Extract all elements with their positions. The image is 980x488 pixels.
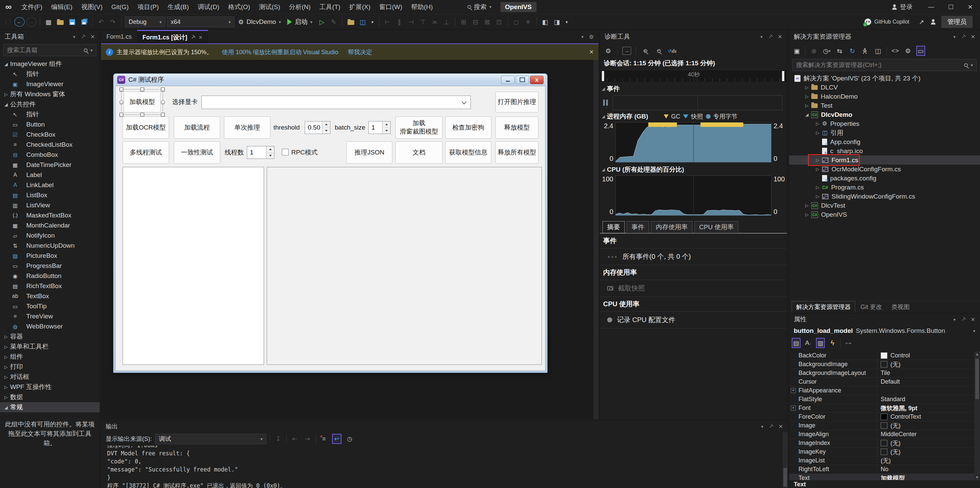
properties-pages-icon[interactable]: ◫: [873, 46, 882, 56]
close-icon[interactable]: ✕: [778, 34, 782, 40]
restart-100-link[interactable]: 使用 100% 缩放比例重新启动 Visual Studio: [222, 48, 339, 56]
tree-item-Properties[interactable]: ▷⚙Properties: [789, 119, 980, 128]
pin-icon[interactable]: ⊤: [959, 33, 967, 40]
property-value[interactable]: Default: [877, 378, 974, 385]
expand-icon[interactable]: +: [791, 406, 796, 410]
pin-icon[interactable]: ⊤: [79, 33, 87, 40]
free-model-button[interactable]: 释放模型: [495, 116, 538, 139]
collapsed-icon[interactable]: ▷: [813, 130, 822, 135]
create-report-icon[interactable]: →: [622, 47, 631, 55]
take-snapshot-button[interactable]: 截取快照: [600, 280, 787, 297]
toolbox-item-webbrowser[interactable]: ◍WebBrowser: [0, 322, 100, 331]
close-icon[interactable]: ✕: [91, 34, 95, 40]
resize-handle[interactable]: [119, 100, 123, 104]
toolbox-item-numericupdown[interactable]: ⇅NumericUpDown: [0, 241, 100, 251]
property-row-ImageAlign[interactable]: ImageAlignMiddleCenter: [789, 430, 974, 439]
timeline-ruler[interactable]: 40秒: [600, 70, 787, 82]
send-to-back-icon[interactable]: ◨: [552, 16, 562, 27]
memory-section-header[interactable]: ◢ 进程内存 (GB) GC 快照 专用字节: [600, 111, 787, 122]
align-rights-icon[interactable]: ⊣: [406, 16, 416, 27]
close-icon[interactable]: ✕: [199, 35, 203, 40]
maximize-button[interactable]: [941, 0, 961, 14]
menu-item-3[interactable]: Git(G): [107, 0, 133, 14]
window-position-icon[interactable]: ▾: [760, 34, 763, 40]
property-value[interactable]: MiddleCenter: [877, 431, 974, 438]
toolbox-item-imageviewer[interactable]: ▣ImageViewer: [0, 79, 100, 89]
history-clock-icon[interactable]: ◷: [345, 434, 354, 444]
result-listbox[interactable]: [123, 167, 264, 365]
make-same-height-icon[interactable]: ⊟: [471, 16, 480, 27]
consistency-test-button[interactable]: 一致性测试: [174, 141, 220, 163]
toolbox-item-richtextbox[interactable]: ▤RichTextBox: [0, 281, 100, 291]
toolbox-item-datetimepicker[interactable]: ▦DateTimePicker: [0, 160, 100, 170]
pause-icon[interactable]: [603, 100, 608, 106]
user-profile-icon[interactable]: [928, 16, 938, 27]
resize-handle[interactable]: [119, 113, 123, 116]
property-value[interactable]: (无): [877, 422, 974, 430]
property-row-BackColor[interactable]: BackColorControl: [789, 351, 974, 360]
toolbox-item-picturebox[interactable]: ▨PictureBox: [0, 251, 100, 261]
sync-with-active-document-icon[interactable]: ⇆: [835, 46, 844, 56]
make-same-width-icon[interactable]: ⊞: [459, 16, 469, 27]
tree-item-DlcvDemo[interactable]: ◢C#DlcvDemo: [789, 110, 980, 119]
window-position-icon[interactable]: ▾: [761, 424, 764, 429]
threads-numeric[interactable]: 1: [247, 146, 274, 159]
diag-tab-3[interactable]: CPU 使用率: [694, 221, 738, 233]
property-value[interactable]: (无): [877, 457, 974, 465]
find-in-files-icon[interactable]: [346, 16, 356, 27]
toolbar-grip[interactable]: ⋮⋮: [3, 19, 12, 25]
menu-item-9[interactable]: 分析(N): [285, 0, 315, 14]
spin-up-button[interactable]: [266, 146, 274, 153]
toolbox-group-1[interactable]: ▷所有 Windows 窗体: [0, 89, 100, 99]
property-row-ImageIndex[interactable]: ImageIndex(无): [789, 439, 974, 448]
property-value[interactable]: 微软雅黑, 9pt: [877, 404, 974, 412]
toolbox-item-tooltip[interactable]: ▭ToolTip: [0, 301, 100, 311]
dock-tab-0[interactable]: 解决方案资源管理器: [792, 301, 855, 312]
switch-views-icon[interactable]: ▣: [792, 46, 801, 56]
pin-icon[interactable]: ⊤: [189, 33, 197, 41]
horizontal-spacing-icon[interactable]: ◻: [511, 16, 521, 27]
previous-message-icon[interactable]: ⇤: [290, 434, 299, 444]
start-debugging-button[interactable]: 启动▾: [285, 17, 315, 26]
help-me-decide-link[interactable]: 帮我决定: [348, 48, 372, 56]
menu-item-6[interactable]: 调试(D): [193, 0, 224, 14]
memory-plot-area[interactable]: [615, 122, 772, 163]
collapsed-icon[interactable]: ▷: [813, 194, 822, 199]
selected-object-dropdown[interactable]: button_load_model System.Windows.Forms.B…: [789, 325, 980, 337]
menu-item-2[interactable]: 视图(V): [77, 0, 107, 14]
toolbox-item-notifyicon[interactable]: ▱NotifyIcon: [0, 231, 100, 241]
toolbox-item-checkedlistbox[interactable]: ≡CheckedListBox: [0, 139, 100, 150]
property-row-BackgroundImageLayout[interactable]: BackgroundImageLayoutTile: [789, 369, 974, 378]
tree-item-解决方案 'OpenIVS' (23 个项目, 共 23 个)[interactable]: ∞解决方案 'OpenIVS' (23 个项目, 共 23 个): [789, 74, 980, 83]
expand-icon[interactable]: +: [791, 388, 796, 393]
login-button[interactable]: 登录: [892, 3, 913, 11]
platform-select[interactable]: x64▾: [167, 16, 234, 27]
categorized-icon[interactable]: ▤: [792, 338, 800, 348]
close-icon[interactable]: ✕: [779, 423, 783, 430]
tree-item-HalconDemo[interactable]: ▷HalconDemo: [789, 92, 980, 101]
toolbox-item-monthcalendar[interactable]: ▦MonthCalendar: [0, 220, 100, 231]
reset-view-icon[interactable]: ↺ılı: [668, 46, 676, 56]
collapsed-icon[interactable]: ▷: [813, 157, 822, 163]
window-position-icon[interactable]: ▾: [953, 317, 956, 322]
window-position-icon[interactable]: ▾: [953, 34, 956, 40]
properties-view-icon[interactable]: ▥: [816, 338, 825, 348]
collapsed-icon[interactable]: ▷: [802, 203, 811, 208]
tree-item-Program.cs[interactable]: ▷C#Program.cs: [789, 183, 980, 192]
spin-down-button[interactable]: [266, 153, 274, 159]
property-row-FlatAppearance[interactable]: +FlatAppearance: [789, 387, 974, 395]
home-icon[interactable]: ⊕: [810, 46, 818, 56]
undo-icon[interactable]: ↶: [96, 16, 106, 27]
collapsed-icon[interactable]: ▷: [813, 121, 822, 126]
toolbox-group-9[interactable]: ▷数据: [0, 392, 100, 402]
toolbox-group-3[interactable]: ▷容器: [0, 331, 100, 342]
open-image-infer-button[interactable]: 打开图片推理: [495, 92, 538, 112]
startup-project-button[interactable]: ⚙DlcvDemo▾: [236, 18, 283, 26]
collapsed-icon[interactable]: ▷: [802, 212, 811, 217]
scrollbar-thumb[interactable]: [975, 359, 979, 399]
toolbox-item-treeview[interactable]: ≡TreeView: [0, 311, 100, 322]
cpu-section-header[interactable]: ◢ CPU (所有处理器的百分比): [600, 165, 787, 175]
tree-item-DlcvTest[interactable]: ▷C#DlcvTest: [789, 201, 980, 210]
start-without-debugging-icon[interactable]: ▷: [317, 16, 327, 27]
expanded-icon[interactable]: ◢: [802, 112, 811, 117]
